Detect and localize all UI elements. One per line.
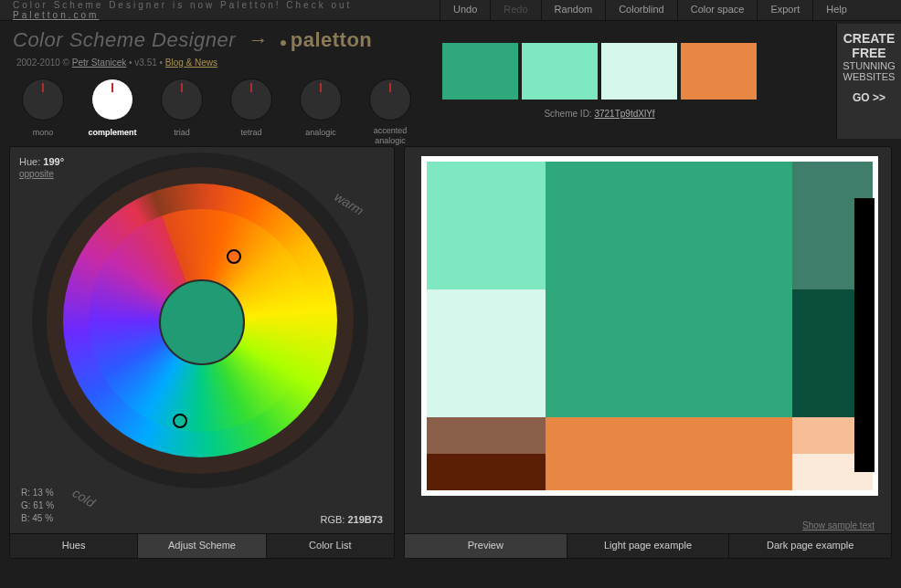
tab-list[interactable]: Color List — [267, 534, 394, 558]
cold-label: cold — [70, 485, 98, 509]
dial-icon — [91, 79, 133, 121]
blog-link[interactable]: Blog & News — [165, 58, 217, 68]
announcement: Color Scheme Designer is now Paletton! C… — [0, 0, 440, 20]
mode-analogic[interactable]: analogic — [294, 79, 347, 146]
mode-accented[interactable]: accented analogic — [364, 79, 417, 146]
opposite-link[interactable]: opposite — [19, 169, 385, 179]
preview-canvas — [421, 156, 878, 496]
tab-preview[interactable]: Preview — [405, 534, 567, 558]
mode-tetrad[interactable]: tetrad — [225, 79, 278, 146]
menu-export[interactable]: Export — [757, 0, 812, 20]
scheme-id: Scheme ID: 3721Tp9tdXlYf — [442, 109, 757, 119]
dial-icon — [22, 79, 64, 121]
preview-shadow — [854, 198, 874, 472]
header-swatches: Scheme ID: 3721Tp9tdXlYf — [442, 28, 757, 119]
paletton-link[interactable]: Paletton.com — [13, 10, 99, 20]
rgb-hex: RGB: 219B73 — [320, 514, 383, 525]
scheme-id-link[interactable]: 3721Tp9tdXlYf — [594, 109, 654, 119]
menu-random[interactable]: Random — [541, 0, 606, 20]
mode-triad[interactable]: triad — [155, 79, 208, 146]
menu-help[interactable]: Help — [812, 0, 860, 20]
right-tabs: Preview Light page example Dark page exa… — [405, 533, 891, 558]
dial-icon — [161, 79, 203, 121]
preview-cell — [427, 454, 546, 490]
page-title: Color Scheme Designer → paletton — [13, 28, 442, 52]
left-tabs: Hues Adjust Scheme Color List — [10, 533, 394, 558]
hue-readout: Hue: 199° opposite — [19, 156, 385, 179]
dial-icon — [369, 79, 411, 121]
tab-dark[interactable]: Dark page example — [729, 534, 891, 558]
preview-cell — [427, 162, 546, 289]
wheel-handle-complement[interactable] — [227, 249, 241, 264]
menu-colorspace[interactable]: Color space — [677, 0, 758, 20]
preview-cell — [427, 289, 546, 417]
menu-colorblind[interactable]: Colorblind — [605, 0, 677, 20]
rgb-percent: R: 13 %G: 61 %B: 45 % — [21, 487, 54, 525]
menu-undo[interactable]: Undo — [440, 0, 490, 20]
dial-icon — [230, 79, 272, 121]
preview-panel: Show sample text Preview Light page exam… — [404, 146, 892, 559]
color-wheel[interactable] — [63, 184, 337, 457]
tab-adjust[interactable]: Adjust Scheme — [138, 534, 266, 558]
author-link[interactable]: Petr Stanicek — [72, 58, 126, 68]
swatch-2[interactable] — [522, 43, 598, 100]
promo-go[interactable]: GO >> — [837, 91, 901, 104]
wheel-handle-primary[interactable] — [173, 414, 187, 428]
menu-redo: Redo — [490, 0, 540, 20]
swatch-1[interactable] — [442, 43, 518, 100]
subtitle: 2002-2010 © Petr Stanicek • v3.51 • Blog… — [16, 58, 442, 68]
mode-complement[interactable]: complement — [86, 79, 139, 146]
scheme-mode-picker: mono complement triad tetrad analogic ac… — [16, 79, 442, 146]
swatch-4[interactable] — [681, 43, 757, 100]
tab-hues[interactable]: Hues — [10, 534, 138, 558]
show-sample-text[interactable]: Show sample text — [802, 520, 874, 530]
preview-cell — [427, 417, 546, 454]
wheel-panel: Hue: 199° opposite warm cold R: 13 %G: 6… — [9, 146, 395, 559]
swatch-3[interactable] — [601, 43, 677, 100]
main-menu: Undo Redo Random Colorblind Color space … — [440, 0, 860, 20]
warm-label: warm — [332, 189, 366, 218]
mode-mono[interactable]: mono — [16, 79, 69, 146]
tab-light[interactable]: Light page example — [567, 534, 730, 558]
promo-box[interactable]: CREATEFREE STUNNINGWEBSITES GO >> — [836, 24, 901, 139]
dial-icon — [300, 79, 342, 121]
